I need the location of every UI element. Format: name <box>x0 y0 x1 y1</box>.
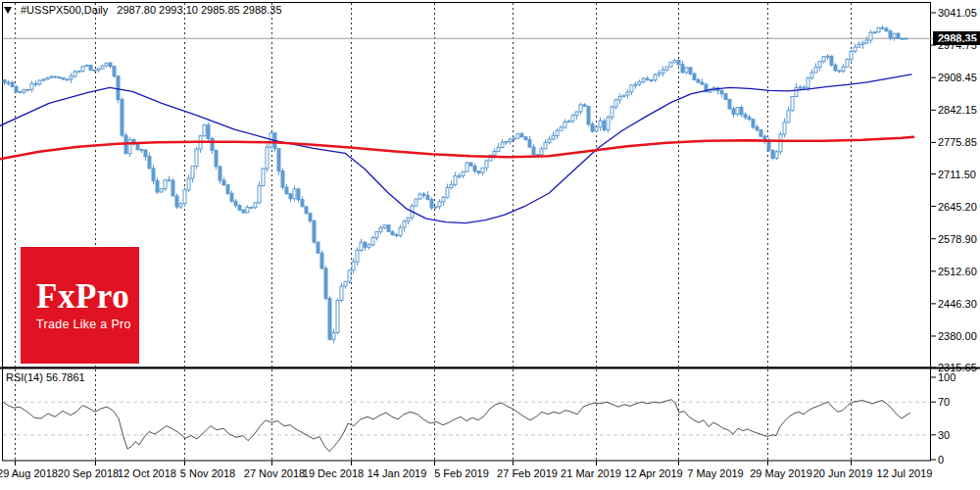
candle-body <box>309 214 312 221</box>
candle-body <box>685 68 688 73</box>
candle-body <box>814 68 817 73</box>
candle-body <box>603 121 606 129</box>
rsi-tick-label: 70 <box>938 396 950 408</box>
candle-body <box>501 142 504 147</box>
candle-body <box>234 201 237 205</box>
candle-body <box>207 125 210 139</box>
candle-body <box>70 76 73 79</box>
price-tick-label: 2380.00 <box>938 330 977 342</box>
candle-body <box>626 92 629 95</box>
candle-body <box>532 147 535 155</box>
candle-body <box>477 172 480 173</box>
candle-body <box>850 51 853 59</box>
candle-body <box>775 152 778 159</box>
candle-body <box>614 100 617 107</box>
price-tick-label: 2446.30 <box>938 298 977 310</box>
candle-body <box>54 76 57 77</box>
candle-body <box>179 204 182 207</box>
candle-body <box>266 147 269 169</box>
candle-body <box>66 79 69 80</box>
candle-body <box>677 61 680 65</box>
candle-body <box>799 87 802 88</box>
candle-body <box>807 78 809 88</box>
candle-body <box>418 194 421 199</box>
chart-canvas[interactable] <box>0 0 980 490</box>
candle-body <box>446 187 449 197</box>
candle-body <box>262 169 265 186</box>
candle-body <box>744 115 747 118</box>
candle-body <box>117 76 120 100</box>
candle-body <box>281 172 284 188</box>
price-tick-label: 2908.45 <box>938 72 977 83</box>
candle-body <box>360 242 363 250</box>
symbol-marker-icon[interactable] <box>4 7 12 14</box>
candle-body <box>97 69 100 70</box>
candle-body <box>293 189 296 199</box>
candle-body <box>583 105 586 107</box>
candle-body <box>732 109 735 114</box>
candle-body <box>567 122 570 122</box>
candle-body <box>822 57 825 62</box>
candle-body <box>277 149 280 172</box>
candle-body <box>434 207 437 208</box>
candle-body <box>493 151 496 155</box>
candle-body <box>183 190 186 204</box>
fxpro-brand-text: FxPro <box>36 279 139 315</box>
candle-body <box>783 122 786 134</box>
candle-body <box>528 140 531 147</box>
candle-body <box>905 38 907 39</box>
candle-body <box>19 92 22 93</box>
candle-body <box>415 199 417 206</box>
candle-body <box>254 203 257 208</box>
candle-body <box>101 66 104 69</box>
candle-body <box>724 94 727 100</box>
candle-body <box>160 189 163 192</box>
candle-body <box>422 194 425 195</box>
candle-body <box>673 61 676 63</box>
candle-body <box>442 197 445 202</box>
candle-body <box>607 118 610 130</box>
candle-body <box>74 72 76 76</box>
candle-body <box>332 332 335 339</box>
candle-body <box>818 62 821 68</box>
date-tick-label: 12 Jul 2019 <box>877 467 933 479</box>
candle-body <box>889 31 892 38</box>
candle-body <box>328 298 331 339</box>
candle-body <box>803 87 806 88</box>
candle-body <box>473 166 476 171</box>
candle-body <box>426 195 429 199</box>
candle-body <box>720 91 723 94</box>
candle-body <box>34 83 37 84</box>
candle-body <box>634 84 637 85</box>
candle-body <box>642 78 645 81</box>
candle-body <box>560 127 563 130</box>
candle-body <box>865 40 868 43</box>
candle-body <box>172 180 174 196</box>
candle-body <box>30 83 33 89</box>
candle-body <box>622 95 625 96</box>
candle-body <box>469 163 472 166</box>
candle-body <box>458 175 461 176</box>
date-tick-label: 27 Nov 2018 <box>244 467 305 479</box>
candle-body <box>242 210 245 213</box>
rsi-tick-label: 30 <box>938 429 950 441</box>
candle-body <box>846 59 849 67</box>
candle-body <box>520 134 523 137</box>
candle-body <box>509 139 512 142</box>
candle-body <box>748 118 751 120</box>
rsi-indicator-label: RSI(14) 56.7861 <box>6 371 85 383</box>
candle-body <box>893 33 896 38</box>
candle-body <box>222 180 225 185</box>
candle-body <box>191 167 194 179</box>
candle-body <box>513 138 515 139</box>
candle-body <box>540 149 543 155</box>
candle-body <box>760 130 762 137</box>
candle-body <box>344 281 347 286</box>
candle-body <box>238 206 241 211</box>
date-tick-label: 19 Dec 2018 <box>303 467 364 479</box>
date-tick-label: 12 Oct 2018 <box>118 467 176 479</box>
candle-body <box>352 262 355 270</box>
price-tick-label: 2512.60 <box>938 266 977 277</box>
price-tick-label: 2711.50 <box>938 169 976 180</box>
candle-body <box>340 286 343 300</box>
